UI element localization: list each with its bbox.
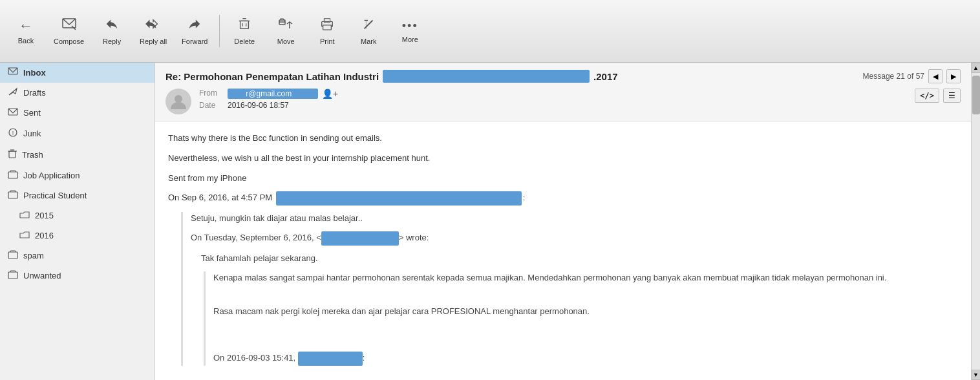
trash-label: Trash [22, 150, 43, 160]
from-value: r@gmail.com 👤+ [228, 89, 338, 99]
folder-2015-label: 2015 [35, 211, 54, 220]
print-button[interactable]: Print [308, 12, 346, 50]
avatar [165, 89, 191, 114]
svg-rect-23 [8, 252, 17, 259]
next-message-button[interactable]: ▶ [946, 69, 961, 83]
email-panel: Re: Permohonan Penempatan Latihan Indust… [155, 63, 971, 380]
quoted1-intro: On Tuesday, September 6, 2016, < [191, 233, 321, 242]
quoted-block-1: Setuju, mungkin tak diajar atau malas be… [181, 212, 958, 366]
forward-button[interactable]: Forward [175, 12, 214, 50]
quoted2-text2: Rasa macam nak pergi kolej mereka dan aj… [213, 305, 958, 319]
compose-button[interactable]: Compose [48, 12, 90, 50]
forward-icon [187, 17, 202, 35]
sent-label: Sent [23, 108, 41, 118]
sidebar-item-job-application[interactable]: Job Application [0, 165, 154, 185]
compose-label: Compose [54, 37, 84, 45]
menu-button[interactable]: ☰ [943, 89, 961, 103]
more-button[interactable]: ••• More [390, 15, 429, 48]
reply-all-label: Reply all [140, 37, 167, 45]
svg-rect-18 [9, 151, 16, 158]
sidebar-item-inbox[interactable]: Inbox [0, 63, 154, 83]
email-header: Re: Permohonan Penempatan Latihan Indust… [155, 63, 971, 121]
from-highlight: r@gmail.com [228, 89, 318, 99]
subject-year: .2017 [593, 71, 618, 82]
main-layout: Inbox Drafts Sent ! Junk [0, 63, 980, 380]
trash-icon [8, 149, 17, 161]
svg-text:!: ! [12, 130, 14, 136]
prev-message-button[interactable]: ◀ [928, 69, 943, 83]
back-button[interactable]: ← Back [6, 13, 45, 49]
quoted3-intro: On 2016-09-03 15:41, [213, 353, 295, 363]
sidebar-item-practical-student[interactable]: Practical Student [0, 185, 154, 206]
job-application-icon [8, 170, 18, 181]
sidebar: Inbox Drafts Sent ! Junk [0, 63, 155, 380]
folder-2015-icon [19, 210, 30, 221]
move-button[interactable]: Move [266, 12, 305, 50]
delete-button[interactable]: Delete [225, 12, 264, 50]
mark-icon [361, 17, 376, 35]
scroll-down-button[interactable]: ▼ [972, 370, 981, 380]
reply-button[interactable]: Reply [92, 12, 131, 50]
quoted1-text: Setuju, mungkin tak diajar atau malas be… [191, 212, 958, 226]
sidebar-item-2016[interactable]: 2016 [0, 226, 154, 246]
more-label: More [402, 36, 418, 43]
quoted3-highlight [298, 352, 363, 365]
spam-icon [8, 250, 18, 261]
date-value: 2016-09-06 18:57 [228, 101, 289, 110]
on-sep-line: On Sep 6, 2016, at 4:57 PM : [168, 191, 958, 205]
svg-point-25 [175, 95, 182, 103]
sent-icon [8, 107, 18, 118]
delete-icon [237, 17, 251, 35]
inbox-label: Inbox [23, 68, 46, 78]
svg-rect-24 [8, 272, 17, 279]
reply-icon [105, 17, 119, 35]
sidebar-item-2015[interactable]: 2015 [0, 206, 154, 226]
quoted1-intro-line: On Tuesday, September 6, 2016, < > wrote… [191, 231, 958, 245]
junk-label: Junk [23, 129, 41, 138]
forward-label: Forward [182, 37, 208, 45]
sidebar-item-drafts[interactable]: Drafts [0, 83, 154, 103]
sidebar-item-spam[interactable]: spam [0, 246, 154, 266]
scrollbar: ▲ ▼ [971, 63, 980, 380]
quoted3-intro-line: On 2016-09-03 15:41, : [213, 352, 958, 365]
move-label: Move [277, 37, 295, 45]
scroll-up-button[interactable]: ▲ [972, 63, 981, 73]
quoted2-text1: Kenapa malas sangat sampai hantar permoh… [213, 271, 958, 285]
on-sep-prefix: On Sep 6, 2016, at 4:57 PM [168, 193, 272, 202]
reply-all-icon [145, 17, 162, 35]
folder-2016-icon [19, 230, 30, 241]
reply-all-button[interactable]: Reply all [134, 12, 173, 50]
back-label: Back [18, 37, 34, 45]
scroll-thumb[interactable] [972, 76, 980, 114]
folder-2016-label: 2016 [35, 231, 54, 240]
quoted-block-2: Kenapa malas sangat sampai hantar permoh… [204, 271, 958, 365]
quoted1-highlight [321, 231, 399, 245]
job-application-label: Job Application [23, 171, 80, 180]
drafts-icon [8, 87, 18, 98]
message-nav: Message 21 of 57 ◀ ▶ [863, 69, 961, 83]
body-line-1: Thats why there is the Bcc function in s… [168, 132, 958, 145]
print-icon [320, 17, 334, 35]
compose-icon [61, 17, 77, 35]
on-sep-highlight [276, 191, 522, 205]
header-actions: </> ☰ [915, 89, 961, 103]
svg-rect-9 [323, 25, 332, 30]
add-contact-icon[interactable]: 👤+ [322, 89, 338, 99]
code-view-button[interactable]: </> [915, 89, 939, 103]
sidebar-item-unwanted[interactable]: Unwanted [0, 266, 154, 286]
quoted1-content: Tak fahamlah pelajar sekarang. [201, 252, 958, 266]
unwanted-label: Unwanted [23, 271, 61, 280]
email-subject: Re: Permohonan Penempatan Latihan Indust… [165, 70, 618, 83]
meta-fields: From r@gmail.com 👤+ Date 2016-09-06 18:5… [199, 89, 907, 112]
svg-line-11 [365, 21, 373, 29]
sidebar-item-sent[interactable]: Sent [0, 103, 154, 123]
back-icon: ← [19, 17, 33, 34]
sidebar-item-trash[interactable]: Trash [0, 144, 154, 165]
delete-label: Delete [234, 37, 255, 45]
practical-student-label: Practical Student [23, 191, 87, 200]
sidebar-item-junk[interactable]: ! Junk [0, 123, 154, 144]
email-body: Thats why there is the Bcc function in s… [155, 121, 971, 380]
mark-button[interactable]: Mark [349, 12, 388, 50]
date-label: Date [199, 101, 222, 110]
email-meta: From r@gmail.com 👤+ Date 2016-09-06 18:5… [165, 89, 961, 114]
